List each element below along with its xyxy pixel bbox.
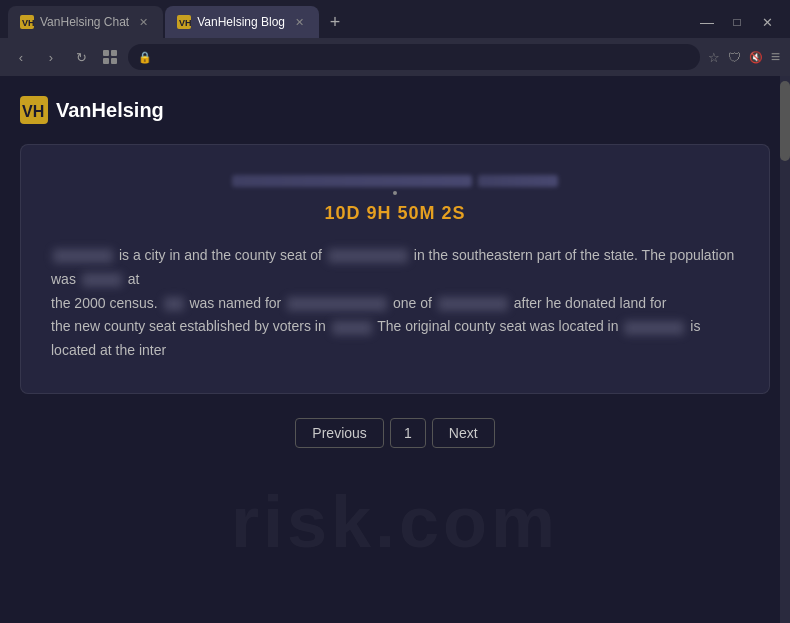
- tab-blog[interactable]: VH VanHelsing Blog ✕: [165, 6, 319, 38]
- svg-text:VH: VH: [22, 103, 44, 120]
- toolbar-icons: ☆ 🛡 🔇 ≡: [708, 48, 780, 66]
- redacted-county: [328, 249, 408, 263]
- browser-window: VH VanHelsing Chat ✕ VH VanHelsing Blog …: [0, 0, 790, 623]
- pagination: Previous 1 Next: [20, 418, 770, 448]
- tab-blog-label: VanHelsing Blog: [197, 15, 285, 29]
- blog-card: 10D 9H 50M 2S is a city in and the count…: [20, 144, 770, 394]
- redacted-year: [332, 321, 372, 335]
- tab-bar: VH VanHelsing Chat ✕ VH VanHelsing Blog …: [0, 0, 790, 38]
- svg-text:VH: VH: [179, 18, 191, 28]
- next-button[interactable]: Next: [432, 418, 495, 448]
- logo-row: VH VanHelsing: [20, 96, 770, 124]
- card-title: [51, 175, 739, 195]
- svg-rect-5: [111, 50, 117, 56]
- logo-icon: VH: [20, 96, 48, 124]
- tab-blog-close[interactable]: ✕: [291, 14, 307, 30]
- refresh-button[interactable]: ↻: [70, 46, 92, 68]
- window-minimize[interactable]: —: [696, 11, 718, 33]
- countdown-timer: 10D 9H 50M 2S: [51, 203, 739, 224]
- article-text-6: one of: [393, 295, 436, 311]
- tab-chat-label: VanHelsing Chat: [40, 15, 129, 29]
- redacted-city: [53, 249, 113, 263]
- redacted-org: [438, 297, 508, 311]
- redacted-title-1: [232, 175, 472, 187]
- page-number: 1: [390, 418, 426, 448]
- page-content: VH VanHelsing 10D 9H 50M 2S: [0, 76, 790, 623]
- redacted-location: [624, 321, 684, 335]
- article-text-8: the new county seat established by voter…: [51, 318, 330, 334]
- redacted-title-2: [478, 175, 558, 187]
- back-button[interactable]: ‹: [10, 46, 32, 68]
- lock-icon: 🔒: [138, 51, 152, 64]
- shield-icon[interactable]: 🛡: [728, 50, 741, 65]
- address-bar-row: ‹ › ↻ 🔒 ☆ 🛡 🔇 ≡: [0, 38, 790, 76]
- article-text-4: the 2000 census.: [51, 295, 162, 311]
- window-maximize[interactable]: □: [726, 11, 748, 33]
- scrollbar-thumb[interactable]: [780, 81, 790, 161]
- tab-chat-close[interactable]: ✕: [135, 14, 151, 30]
- redacted-name: [287, 297, 387, 311]
- redacted-it: [164, 297, 184, 311]
- tab-blog-favicon: VH: [177, 15, 191, 29]
- article-body: is a city in and the county seat of in t…: [51, 244, 739, 363]
- tab-chat-favicon: VH: [20, 15, 34, 29]
- article-text-9: The original county seat was located in: [377, 318, 622, 334]
- svg-rect-4: [103, 50, 109, 56]
- browser-chrome: VH VanHelsing Chat ✕ VH VanHelsing Blog …: [0, 0, 790, 76]
- article-text-3: at: [128, 271, 140, 287]
- menu-icon[interactable]: ≡: [771, 48, 780, 66]
- bookmark-icon[interactable]: ☆: [708, 50, 720, 65]
- tab-chat[interactable]: VH VanHelsing Chat ✕: [8, 6, 163, 38]
- address-bar[interactable]: 🔒: [128, 44, 700, 70]
- article-text-1: is a city in and the county seat of: [119, 247, 326, 263]
- window-close[interactable]: ✕: [756, 11, 778, 33]
- svg-rect-7: [111, 58, 117, 64]
- redacted-pop: [82, 273, 122, 287]
- article-text-7: after he donated land for: [514, 295, 667, 311]
- tab-add-button[interactable]: +: [321, 8, 349, 36]
- article-text-5: was named for: [189, 295, 285, 311]
- audio-icon[interactable]: 🔇: [749, 51, 763, 64]
- svg-text:VH: VH: [22, 18, 34, 28]
- watermark: risk.com: [231, 481, 559, 563]
- forward-button[interactable]: ›: [40, 46, 62, 68]
- scrollbar[interactable]: [780, 76, 790, 623]
- svg-rect-6: [103, 58, 109, 64]
- extensions-icon: [102, 49, 118, 65]
- previous-button[interactable]: Previous: [295, 418, 383, 448]
- logo-text: VanHelsing: [56, 99, 164, 122]
